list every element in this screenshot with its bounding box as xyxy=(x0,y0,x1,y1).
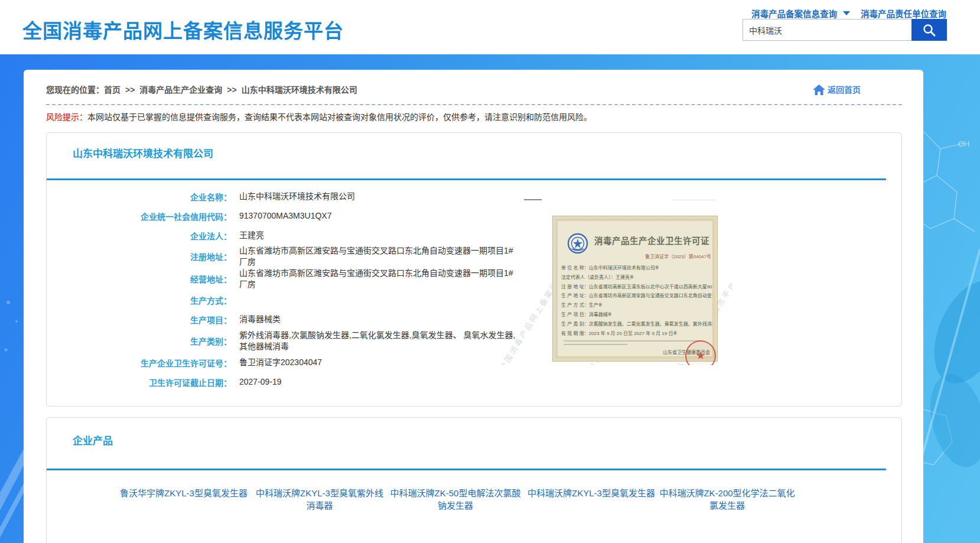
home-icon xyxy=(813,84,825,95)
field-value: 91370700MA3M3U1QX7 xyxy=(239,210,331,222)
certificate-panel: 消毒产品生产企业卫生许可证 鲁卫消证字（2023）第04047号 单 位 名 称… xyxy=(552,216,718,362)
main-container: 您现在的位置：首页>>消毒产品生产企业查询>>山东中科瑞沃环境技术有限公司 返回… xyxy=(24,70,923,543)
product-link[interactable]: 中科瑞沃牌ZKYL-3型臭氧紫外线消毒器 xyxy=(252,487,388,512)
product-link[interactable]: 中科瑞沃牌ZKYL-3型臭氧发生器 xyxy=(523,487,659,512)
certificate-footnote-line xyxy=(564,340,703,342)
site-header: 全国消毒产品网上备案信息服务平台 消毒产品备案信息查询 消毒产品责任单位查询 xyxy=(0,0,980,54)
certificate-footnote-line xyxy=(564,344,627,345)
field-label: 注册地址： xyxy=(47,251,232,262)
chevron-down-icon[interactable] xyxy=(843,11,850,15)
search-button[interactable] xyxy=(911,19,947,41)
search-icon xyxy=(922,22,937,38)
field-value: 紫外线消毒器,次氯酸钠发生器,二氧化氯发生器,臭氧发生器、 臭氧水发生器,其他器… xyxy=(239,330,517,352)
field-value: 消毒器械类 xyxy=(239,314,281,325)
nav-responsible-unit-link[interactable]: 消毒产品责任单位查询 xyxy=(861,7,946,19)
products-card: 企业产品 鲁沃华宇牌ZKYL-3型臭氧发生器 中科瑞沃牌ZKYL-3型臭氧紫外线… xyxy=(46,417,902,543)
field-value: 鲁卫消证字202304047 xyxy=(239,357,322,368)
certificate-image: 全国消毒产品网上备案信息服务平台 全国消毒产品网上备案信息服务平台 全国消毒产品… xyxy=(501,196,732,365)
left-strip-decoration xyxy=(0,301,24,538)
field-label: 生产企业卫生许可证号： xyxy=(47,357,232,369)
field-row-production-category: 生产类别： 紫外线消毒器,次氯酸钠发生器,二氧化氯发生器,臭氧发生器、 臭氧水发… xyxy=(47,329,901,353)
breadcrumb-enterprise-query-link[interactable]: 消毒产品生产企业查询 xyxy=(139,85,222,95)
field-row-license-number: 生产企业卫生许可证号： 鲁卫消证字202304047 xyxy=(47,353,901,372)
products-card-title: 企业产品 xyxy=(47,418,901,448)
field-label: 经营地址： xyxy=(47,273,232,285)
breadcrumb-row: 您现在的位置：首页>>消毒产品生产企业查询>>山东中科瑞沃环境技术有限公司 返回… xyxy=(24,70,923,96)
company-fields: 企业名称： 山东中科瑞沃环境技术有限公司 企业统一社会信用代码： 9137070… xyxy=(47,180,901,406)
certificate-row-unit-name: 单 位 名 称：山东中科瑞沃环境技术有限公司※ xyxy=(561,264,712,273)
nav-records-query-label: 消毒产品备案信息查询 xyxy=(751,9,837,19)
product-list: 鲁沃华宇牌ZKYL-3型臭氧发生器 中科瑞沃牌ZKYL-3型臭氧紫外线消毒器 中… xyxy=(47,470,901,512)
back-home-link[interactable]: 返回首页 xyxy=(828,84,861,96)
molecule-oh-label: OH xyxy=(958,139,970,148)
certificate-row-validity: 有 效 期 限：2023 年 9 月 20 日至 2027 年 9 月 19 日… xyxy=(561,329,712,339)
nav-records-query-link[interactable]: 消毒产品备案信息查询 xyxy=(751,7,837,19)
certificate-image-edge xyxy=(672,200,717,200)
certificate-row-production-item: 生 产 项 目：消毒器械※ xyxy=(561,310,712,320)
field-label: 企业名称： xyxy=(47,191,232,203)
certificate-row-legal-rep: 法定代表人（或负责人）：王建亮※ xyxy=(561,273,712,282)
field-label: 企业统一社会信用代码： xyxy=(47,210,232,222)
certificate-number: 鲁卫消证字（2023）第04047号 xyxy=(645,253,711,259)
field-value: 2027-09-19 xyxy=(239,376,282,388)
field-label: 生产方式： xyxy=(47,294,232,306)
field-row-production-items: 生产项目： 消毒器械类 xyxy=(47,310,901,329)
back-home[interactable]: 返回首页 xyxy=(813,84,861,96)
certificate-row-production-mode: 生 产 方 式：生产※ xyxy=(561,301,712,310)
field-row-license-expiry: 卫生许可证截止日期： 2027-09-19 xyxy=(47,372,901,392)
site-title: 全国消毒产品网上备案信息服务平台 xyxy=(22,15,344,44)
field-row-production-mode: 生产方式： xyxy=(47,290,901,310)
dashed-divider xyxy=(46,104,902,105)
breadcrumb-separator: >> xyxy=(125,85,135,95)
field-label: 生产项目： xyxy=(47,314,232,326)
certificate-image-artifact xyxy=(524,199,542,200)
field-value: 王建亮 xyxy=(239,230,264,241)
breadcrumb-home-link[interactable]: 首页 xyxy=(104,85,121,95)
certificate-row-production-category: 生 产 类 别：次氯酸钠发生器、二氧化氯发生器、臭氧发生器、紫外线消毒器※ xyxy=(561,320,712,329)
product-link[interactable]: 中科瑞沃牌ZK-200型化学法二氧化氯发生器 xyxy=(659,487,795,512)
field-value: 山东中科瑞沃环境技术有限公司 xyxy=(239,191,355,202)
breadcrumb-current-page: 山东中科瑞沃环境技术有限公司 xyxy=(242,85,357,95)
field-row-credit-code: 企业统一社会信用代码： 91370700MA3M3U1QX7 xyxy=(47,206,901,226)
field-label: 卫生许可证截止日期： xyxy=(47,376,232,388)
company-card: 山东中科瑞沃环境技术有限公司 企业名称： 山东中科瑞沃环境技术有限公司 企业统一… xyxy=(46,132,902,407)
top-nav: 消毒产品备案信息查询 消毒产品责任单位查询 xyxy=(751,7,946,19)
search-input[interactable] xyxy=(743,19,911,41)
certificate-row-production-address: 生 产 地 址：山东省潍坊市高新区潍安路与宝通街交叉路口东北角自动变速器一期项目… xyxy=(561,291,712,301)
product-link[interactable]: 鲁沃华宇牌ZKYL-3型臭氧发生器 xyxy=(116,487,252,512)
field-row-company-name: 企业名称： 山东中科瑞沃环境技术有限公司 xyxy=(47,187,901,206)
field-row-registered-address: 注册地址： 山东省潍坊市高新区潍安路与宝通街交叉路口东北角自动变速器一期项目1#… xyxy=(47,245,901,268)
company-card-title: 山东中科瑞沃环境技术有限公司 xyxy=(47,133,901,161)
field-value: 山东省潍坊市高新区潍安路与宝通街交叉路口东北角自动变速器一期项目1#厂房 xyxy=(239,245,517,268)
nav-responsible-unit-label: 消毒产品责任单位查询 xyxy=(861,9,946,19)
field-row-business-address: 经营地址： 山东省潍坊市高新区潍安路与宝通街交叉路口东北角自动变速器一期项目1#… xyxy=(47,268,901,290)
risk-notice-label: 风险提示： xyxy=(46,112,87,122)
field-row-legal-person: 企业法人： 王建亮 xyxy=(47,226,901,245)
certificate-emblem xyxy=(567,233,588,254)
product-link[interactable]: 中科瑞沃牌ZK-50型电解法次氯酸钠发生器 xyxy=(388,487,523,512)
breadcrumb-separator: >> xyxy=(227,85,236,95)
certificate-rows: 单 位 名 称：山东中科瑞沃环境技术有限公司※ 法定代表人（或负责人）：王建亮※… xyxy=(561,264,712,345)
certificate-row-registered-address: 注 册 地 址：山东省潍坊高新区玉清东街以北中心次干道以西高新大厦902科苑※ xyxy=(561,282,712,292)
breadcrumb: 您现在的位置：首页>>消毒产品生产企业查询>>山东中科瑞沃环境技术有限公司 xyxy=(46,84,357,96)
field-label: 企业法人： xyxy=(47,230,232,242)
risk-notice: 风险提示：本网站仅基于已掌握的信息提供查询服务，查询结果不代表本网站对被查询对象… xyxy=(46,111,902,123)
risk-notice-text: 本网站仅基于已掌握的信息提供查询服务，查询结果不代表本网站对被查询对象信用状况的… xyxy=(87,112,592,122)
field-label: 生产类别： xyxy=(47,335,232,347)
breadcrumb-prefix: 您现在的位置： xyxy=(46,85,104,95)
field-value: 山东省潍坊市高新区潍安路与宝通街交叉路口东北角自动变速器一期项目1#厂房 xyxy=(239,268,517,290)
certificate-title: 消毒产品生产企业卫生许可证 xyxy=(594,234,709,246)
search-bar xyxy=(743,19,947,41)
